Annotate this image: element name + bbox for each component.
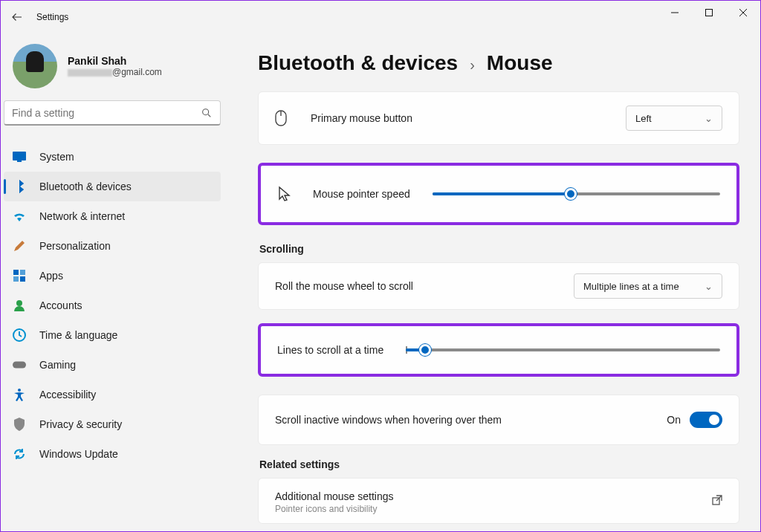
shield-icon [13, 418, 26, 431]
mouse-icon [275, 110, 291, 126]
svg-rect-9 [20, 276, 25, 282]
page-title: Mouse [487, 51, 553, 75]
primary-button-dropdown[interactable]: Left ⌄ [626, 106, 722, 131]
sidebar-item-label: Windows Update [39, 448, 118, 460]
sidebar-item-label: Gaming [39, 359, 76, 371]
maximize-button[interactable] [692, 1, 726, 25]
sidebar-item-label: Accounts [39, 299, 82, 311]
chevron-right-icon: › [470, 56, 475, 74]
person-icon [13, 299, 26, 312]
svg-rect-12 [13, 362, 26, 369]
sidebar-item-apps[interactable]: Apps [4, 261, 221, 291]
sidebar-item-time-language[interactable]: Time & language [4, 320, 221, 350]
pointer-speed-slider[interactable] [433, 185, 720, 203]
additional-mouse-title: Additional mouse settings [275, 490, 722, 502]
roll-wheel-dropdown[interactable]: Multiple lines at a time ⌄ [574, 273, 722, 299]
bluetooth-icon [13, 180, 26, 193]
additional-mouse-card[interactable]: Additional mouse settings Pointer icons … [258, 478, 739, 524]
roll-wheel-label: Roll the mouse wheel to scroll [275, 280, 413, 292]
svg-line-3 [208, 114, 210, 117]
svg-rect-4 [13, 152, 26, 160]
sidebar-item-privacy[interactable]: Privacy & security [4, 409, 221, 439]
sidebar-item-label: System [39, 151, 74, 163]
pointer-speed-label: Mouse pointer speed [313, 188, 410, 200]
sidebar-item-label: Apps [39, 270, 63, 282]
primary-button-label: Primary mouse button [311, 112, 412, 124]
clock-globe-icon [13, 328, 26, 342]
wifi-icon [13, 210, 26, 223]
dropdown-value: Left [635, 113, 652, 124]
dropdown-value: Multiple lines at a time [583, 281, 679, 292]
avatar [13, 44, 57, 88]
window-title: Settings [36, 12, 68, 22]
search-input[interactable] [4, 100, 221, 126]
sidebar-item-bluetooth[interactable]: Bluetooth & devices [4, 172, 221, 201]
svg-rect-8 [13, 276, 19, 282]
roll-wheel-card: Roll the mouse wheel to scroll Multiple … [258, 262, 739, 310]
scrolling-header: Scrolling [259, 243, 739, 255]
profile-email: @gmail.com [68, 67, 162, 77]
breadcrumb-parent[interactable]: Bluetooth & devices [258, 51, 458, 75]
inactive-scroll-toggle[interactable] [690, 412, 722, 428]
apps-icon [13, 269, 26, 282]
svg-rect-1 [706, 10, 713, 16]
sidebar-item-personalization[interactable]: Personalization [4, 231, 221, 261]
gamepad-icon [13, 358, 26, 372]
cursor-icon [277, 186, 294, 202]
inactive-scroll-label: Scroll inactive windows when hovering ov… [275, 414, 502, 426]
profile-name: Pankil Shah [68, 55, 162, 67]
sidebar-item-label: Privacy & security [39, 418, 122, 430]
sidebar-item-windows-update[interactable]: Windows Update [4, 439, 221, 469]
sidebar-item-label: Time & language [39, 329, 117, 341]
toggle-state-label: On [667, 414, 681, 426]
svg-rect-7 [20, 270, 25, 275]
breadcrumb: Bluetooth & devices › Mouse [258, 51, 739, 75]
sidebar-item-label: Accessibility [39, 389, 96, 400]
sidebar-item-accounts[interactable]: Accounts [4, 291, 221, 320]
search-field[interactable] [12, 107, 201, 119]
main-content: Bluetooth & devices › Mouse Primary mous… [224, 33, 760, 531]
svg-rect-6 [13, 270, 19, 275]
svg-rect-5 [17, 160, 22, 162]
nav: System Bluetooth & devices Network & int… [1, 134, 224, 469]
chevron-down-icon: ⌄ [705, 113, 713, 124]
back-button[interactable] [8, 8, 26, 26]
lines-scroll-slider[interactable] [406, 341, 720, 359]
pointer-speed-card: Mouse pointer speed [258, 163, 739, 225]
external-link-icon [712, 495, 722, 505]
additional-mouse-sub: Pointer icons and visibility [275, 504, 722, 514]
lines-scroll-label: Lines to scroll at a time [277, 344, 383, 356]
svg-point-10 [16, 300, 22, 306]
primary-button-card: Primary mouse button Left ⌄ [258, 91, 739, 145]
sidebar-item-label: Network & internet [39, 210, 125, 222]
sidebar: Pankil Shah @gmail.com System Bluetooth … [1, 33, 224, 531]
related-header: Related settings [259, 458, 739, 470]
brush-icon [13, 239, 26, 253]
sidebar-item-system[interactable]: System [4, 142, 221, 172]
sidebar-item-label: Personalization [39, 240, 111, 252]
close-button[interactable] [726, 1, 760, 25]
lines-scroll-card: Lines to scroll at a time [258, 323, 739, 377]
profile-block[interactable]: Pankil Shah @gmail.com [1, 41, 224, 100]
titlebar: Settings [1, 1, 760, 33]
window-controls [658, 1, 760, 25]
inactive-scroll-card: Scroll inactive windows when hovering ov… [258, 395, 739, 445]
update-icon [13, 447, 26, 461]
search-icon [201, 107, 213, 119]
accessibility-icon [13, 388, 26, 401]
minimize-button[interactable] [658, 1, 692, 25]
monitor-icon [13, 150, 26, 163]
sidebar-item-accessibility[interactable]: Accessibility [4, 380, 221, 409]
sidebar-item-label: Bluetooth & devices [39, 181, 132, 192]
svg-point-13 [18, 389, 21, 392]
sidebar-item-gaming[interactable]: Gaming [4, 350, 221, 380]
chevron-down-icon: ⌄ [705, 281, 713, 292]
svg-point-2 [203, 108, 209, 114]
sidebar-item-network[interactable]: Network & internet [4, 201, 221, 231]
